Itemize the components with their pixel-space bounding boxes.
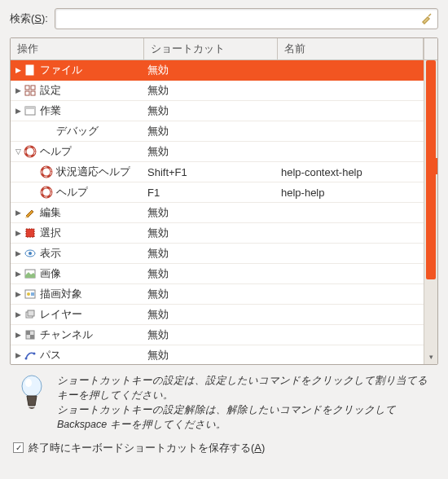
edit-icon: [24, 206, 37, 219]
row-label: 状況適応ヘルプ: [56, 165, 130, 179]
svg-rect-22: [31, 292, 34, 296]
tree-row[interactable]: ▶レイヤー無効: [11, 305, 424, 325]
row-name: help-help: [278, 187, 424, 199]
tree-row[interactable]: ▶表示無効: [11, 244, 424, 264]
tree-row[interactable]: ▶チャンネル無効: [11, 325, 424, 345]
work-icon: [24, 104, 37, 117]
row-shortcut[interactable]: 無効: [144, 83, 278, 98]
tree-row[interactable]: ▶選択無効: [11, 223, 424, 244]
row-shortcut[interactable]: 無効: [144, 124, 278, 138]
vertical-scrollbar[interactable]: ▾: [424, 60, 437, 364]
row-label: 画像: [40, 266, 61, 281]
overflow-indicator: [435, 158, 437, 174]
row-label: 編集: [40, 205, 61, 220]
row-shortcut[interactable]: 無効: [144, 246, 278, 261]
tree-row[interactable]: ▽ヘルプ無効: [11, 142, 424, 162]
channel-icon: [24, 328, 37, 341]
row-shortcut[interactable]: 無効: [144, 327, 278, 342]
row-shortcut[interactable]: 無効: [144, 103, 278, 118]
svg-point-18: [29, 252, 32, 255]
help-ctx-icon: [40, 186, 53, 199]
tree-row[interactable]: ▶編集無効: [11, 203, 424, 223]
row-shortcut[interactable]: 無効: [144, 226, 278, 240]
expander-icon[interactable]: ▶: [11, 229, 22, 237]
expander-icon[interactable]: ▶: [11, 86, 22, 94]
tree-row[interactable]: 状況適応ヘルプShift+F1help-context-help: [11, 162, 424, 182]
tree-row[interactable]: ▶描画対象無効: [11, 284, 424, 305]
row-shortcut[interactable]: 無効: [144, 144, 278, 159]
row-name: help-context-help: [278, 166, 424, 178]
lightbulb-icon: [15, 373, 49, 414]
row-shortcut[interactable]: 無効: [144, 348, 278, 363]
svg-point-31: [25, 379, 32, 387]
expander-icon[interactable]: ▶: [11, 249, 22, 257]
row-label: 描画対象: [40, 287, 82, 301]
tree-row[interactable]: ヘルプF1help-help: [11, 182, 424, 203]
tree-row[interactable]: ▶画像無効: [11, 264, 424, 284]
tree-row[interactable]: ▶ファイル無効: [11, 60, 424, 81]
expander-icon[interactable]: ▽: [11, 147, 22, 156]
row-shortcut[interactable]: Shift+F1: [144, 166, 278, 178]
row-label: 選択: [40, 226, 61, 240]
expander-icon[interactable]: ▶: [11, 310, 22, 319]
svg-rect-4: [25, 86, 29, 90]
row-shortcut[interactable]: 無効: [144, 63, 278, 77]
shortcut-tree[interactable]: 操作 ショートカット 名前 ▶ファイル無効▶設定無効▶作業無効デバッグ無効▽ヘル…: [10, 37, 438, 365]
drawable-icon: [24, 288, 37, 301]
help-ctx-icon: [40, 165, 53, 178]
header-action[interactable]: 操作: [11, 38, 144, 59]
path-icon: [24, 349, 37, 362]
expander-icon[interactable]: ▶: [11, 107, 22, 115]
hint-box: ショートカットキーの設定は、設定したいコマンドをクリックして割り当てるキーを押し…: [10, 365, 438, 439]
expander-icon[interactable]: ▶: [11, 331, 22, 339]
svg-rect-7: [31, 91, 35, 95]
row-shortcut[interactable]: 無効: [144, 287, 278, 301]
search-input[interactable]: [55, 8, 438, 29]
row-shortcut[interactable]: 無効: [144, 266, 278, 281]
broom-icon[interactable]: [420, 11, 433, 24]
row-shortcut[interactable]: F1: [144, 187, 278, 199]
row-label: ヘルプ: [56, 185, 88, 200]
view-icon: [24, 247, 37, 260]
layer-icon: [24, 308, 37, 321]
column-headers: 操作 ショートカット 名前: [11, 38, 437, 60]
header-shortcut[interactable]: ショートカット: [144, 38, 278, 59]
row-label: 表示: [40, 246, 61, 261]
save-on-exit-checkbox[interactable]: ✓: [13, 442, 24, 453]
row-label: 設定: [40, 83, 61, 98]
svg-rect-5: [31, 86, 35, 90]
row-label: レイヤー: [40, 307, 82, 322]
help-icon: [24, 145, 37, 158]
svg-rect-2: [28, 69, 32, 70]
svg-point-21: [27, 292, 30, 296]
svg-rect-9: [25, 107, 35, 109]
save-on-exit-label: 終了時にキーボードショートカットを保存する(A): [29, 441, 265, 455]
file-icon: [24, 64, 37, 77]
expander-icon[interactable]: ▶: [11, 66, 22, 74]
row-label: ファイル: [40, 63, 82, 77]
row-label: デバッグ: [56, 124, 99, 138]
expander-icon[interactable]: ▶: [11, 270, 22, 278]
expander-icon[interactable]: ▶: [11, 209, 22, 217]
tree-row[interactable]: ▶設定無効: [11, 81, 424, 101]
row-label: ヘルプ: [40, 144, 72, 159]
row-label: チャンネル: [40, 327, 93, 342]
row-label: 作業: [40, 103, 61, 118]
search-label: 検索(S):: [10, 11, 48, 26]
svg-rect-1: [28, 68, 32, 68]
settings-icon: [24, 84, 37, 97]
tree-row[interactable]: デバッグ無効: [11, 121, 424, 142]
tree-row[interactable]: ▶作業無効: [11, 101, 424, 121]
image-icon: [24, 267, 37, 280]
expander-icon[interactable]: ▶: [11, 290, 22, 298]
tree-row[interactable]: ▶パス無効: [11, 345, 424, 364]
scroll-down-icon[interactable]: ▾: [424, 353, 437, 364]
row-shortcut[interactable]: 無効: [144, 307, 278, 322]
svg-rect-16: [26, 229, 34, 237]
expander-icon[interactable]: ▶: [11, 351, 22, 359]
row-shortcut[interactable]: 無効: [144, 205, 278, 220]
header-name[interactable]: 名前: [278, 38, 424, 59]
row-label: パス: [40, 348, 61, 363]
svg-rect-26: [26, 331, 30, 335]
svg-rect-6: [25, 91, 29, 95]
